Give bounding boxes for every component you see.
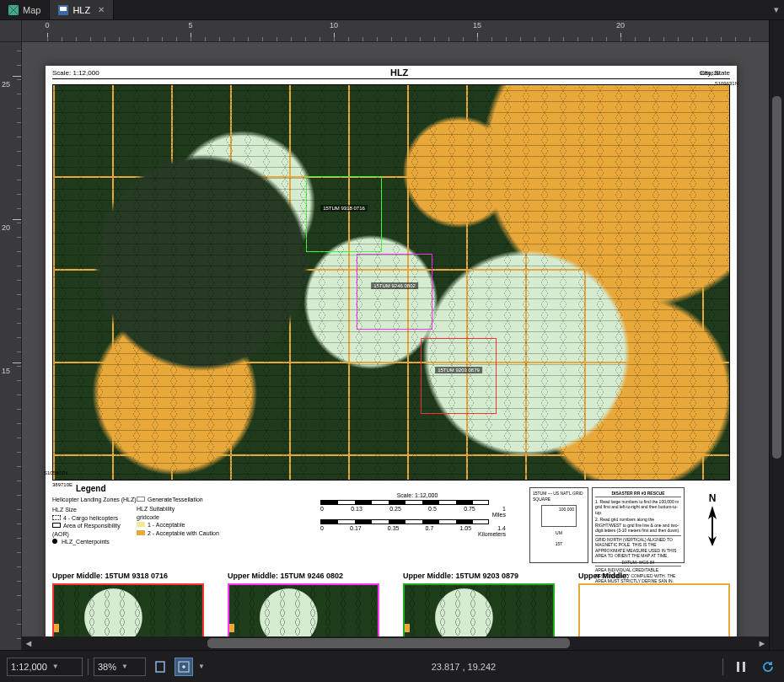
scale-combo[interactable]: 1:12,000 ▼ [7, 658, 83, 676]
grid-ref: 395162E [700, 71, 720, 76]
legend-title: Legend [76, 484, 106, 493]
tab-strip: Map HLZ ✕ ▾ [0, 0, 784, 20]
legend-gridcode: gridcode [137, 513, 238, 521]
scroll-right-icon[interactable]: ► [755, 636, 769, 650]
miles-unit: Miles [320, 512, 506, 518]
ruler-h-label: 20 [616, 21, 625, 30]
north-label: N [709, 492, 717, 504]
coordinate-readout: 23.817 , 19.242 [210, 662, 717, 672]
hlz-red-label: 15TUM 9203 0879 [435, 367, 482, 373]
grid-ref: S105807N [44, 470, 67, 475]
vertical-scrollbar[interactable] [769, 20, 784, 650]
tab-spacer [114, 0, 769, 19]
refresh-button[interactable] [759, 658, 777, 676]
hscroll-thumb[interactable] [207, 638, 570, 648]
ruler-h-label: 5 [188, 21, 192, 30]
layout-area: 0 5 10 15 20 /*placeholder*/ 25 20 15 Sc… [0, 20, 769, 650]
svg-rect-9 [743, 662, 745, 672]
vscroll-thumb[interactable] [772, 96, 781, 459]
legend-heading: Helicopter Landing Zones (HLZ) [52, 496, 137, 503]
legend-item: 2 - Acceptable with Caution [137, 529, 238, 537]
legend-col-2: GenerateTessellation HLZ Suitability gri… [137, 496, 238, 537]
layout-icon [58, 5, 68, 15]
svg-rect-6 [156, 662, 164, 672]
hlz-box-green[interactable]: 15TUM 9318 0716 [306, 176, 382, 252]
tab-map-label: Map [23, 5, 40, 15]
refresh-icon [762, 661, 774, 673]
km-unit: Kilometers [320, 531, 506, 537]
map-surround: Legend Helicopter Landing Zones (HLZ) HL… [52, 484, 730, 585]
inset-label: Upper Middle: 15TUM 9318 0716 [52, 572, 204, 580]
zoom-fit-button[interactable] [175, 658, 193, 676]
divider [722, 658, 723, 675]
tab-hlz[interactable]: HLZ ✕ [50, 0, 114, 19]
page-scale-text: Scale: 1:12,000 [52, 69, 99, 77]
legend-subheading: HLZ Suitability [137, 505, 238, 513]
ruler-h-label: 10 [330, 21, 338, 30]
svg-rect-8 [737, 662, 739, 672]
chevron-down-icon[interactable]: ▼ [198, 663, 205, 670]
hlz-green-label: 15TUM 9318 0716 [320, 205, 368, 212]
ruler-h-label: 15 [473, 21, 481, 30]
divider [88, 658, 89, 675]
ruler-v-label: 25 [2, 80, 10, 89]
legend-item: 4 - Cargo helicopters [52, 514, 137, 522]
tabs-dropdown-icon[interactable]: ▾ [769, 0, 784, 19]
svg-rect-2 [60, 7, 67, 11]
legend-subheading: HLZ Size [52, 506, 137, 513]
layout-canvas[interactable]: Scale: 1:12,000 HLZ City, State S109631N… [22, 42, 769, 650]
page-title: HLZ [390, 67, 408, 78]
pause-draw-button[interactable] [732, 658, 750, 676]
tab-hlz-label: HLZ [72, 5, 90, 15]
scale-value: 1:12,000 [11, 662, 47, 672]
hlz-box-magenta[interactable]: 15TUM 9246 0802 [357, 254, 432, 330]
inset-label: Upper Middle: 15TUM 9203 0879 [403, 572, 555, 580]
page-icon [154, 661, 166, 673]
chevron-down-icon: ▼ [52, 663, 59, 670]
status-right [722, 658, 777, 676]
zoom-value: 38% [98, 662, 116, 672]
north-arrow-icon [705, 506, 720, 546]
ruler-v-label: 15 [2, 367, 10, 375]
zoom-combo[interactable]: 38% ▼ [94, 658, 146, 676]
close-icon[interactable]: ✕ [98, 5, 105, 14]
inset-label: Upper Middle: [578, 572, 730, 580]
pause-icon [736, 662, 746, 672]
legend-item: Area of Responsibility (AOR) [52, 522, 137, 538]
scale-bar: Scale: 1:12,000 0 0.13 0.25 0.5 0.75 1 M… [320, 492, 514, 537]
legend-item: 1 - Acceptable [137, 521, 238, 529]
ruler-v-label: 20 [2, 223, 10, 232]
legend-item: GenerateTessellation [137, 496, 238, 503]
inset-label: Upper Middle: 15TUM 9246 0802 [228, 572, 379, 580]
ruler-vertical[interactable]: 25 20 15 [0, 42, 22, 650]
ruler-horizontal[interactable]: 0 5 10 15 20 /*placeholder*/ [22, 20, 769, 42]
instructions-box: DISASTER RR #3 RESCUE 1. Read large numb… [592, 487, 685, 563]
north-arrow: N [700, 492, 725, 546]
page-header: Scale: 1:12,000 HLZ City, State [52, 67, 730, 79]
legend-item: HLZ_Centerpoints [52, 538, 137, 545]
scroll-left-icon[interactable]: ◄ [22, 636, 35, 650]
scale-text: Scale: 1:12,000 [320, 492, 514, 498]
layout-page[interactable]: Scale: 1:12,000 HLZ City, State S109631N… [46, 66, 737, 650]
chevron-down-icon: ▼ [121, 663, 128, 670]
fit-icon [178, 661, 190, 673]
legend-col-1: Helicopter Landing Zones (HLZ) HLZ Size … [52, 496, 137, 546]
zoom-full-page-button[interactable] [151, 658, 169, 676]
hlz-magenta-label: 15TUM 9246 0802 [371, 282, 418, 289]
map-icon [8, 5, 19, 15]
grid-info-box: 15TUM — US NAT'L GRID SQUARE 100,000 UM … [529, 487, 588, 563]
hlz-box-red[interactable]: 15TUM 9203 0879 [421, 338, 497, 414]
ruler-corner [0, 20, 22, 42]
tab-map[interactable]: Map [0, 0, 50, 19]
horizontal-scrollbar[interactable]: ◄ ► [22, 636, 769, 650]
ruler-h-label: 0 [45, 21, 49, 30]
status-bar: 1:12,000 ▼ 38% ▼ ▼ 23.817 , 19.242 [0, 650, 784, 682]
main-map-frame[interactable]: 15TUM 9318 0716 15TUM 9246 0802 15TUM 92… [52, 84, 730, 481]
